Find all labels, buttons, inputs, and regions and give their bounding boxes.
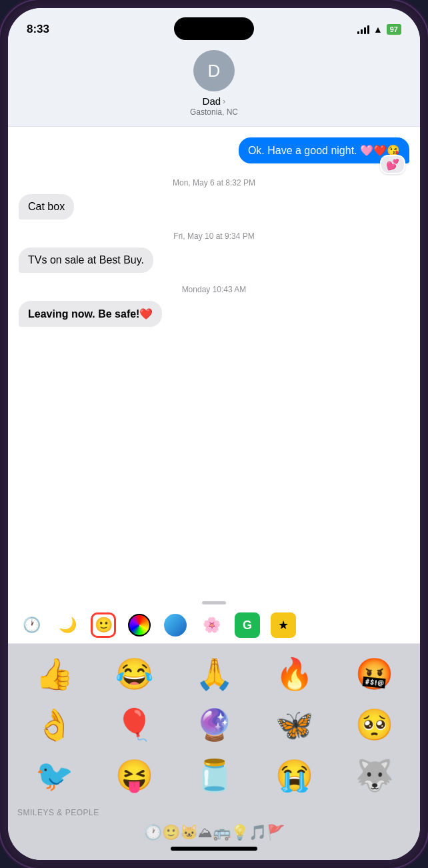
contact-avatar: D xyxy=(193,50,235,91)
moon-icon-button[interactable]: 🌙 xyxy=(55,612,80,638)
emoji-pleading[interactable]: 🥺 xyxy=(336,701,412,748)
home-indicator xyxy=(171,847,257,851)
status-time: 8:33 xyxy=(27,23,49,36)
signal-bars-icon xyxy=(357,25,369,34)
status-icons: ▲ 97 xyxy=(357,24,401,35)
timestamp-1: Mon, May 6 at 8:32 PM xyxy=(19,178,409,187)
recent-icon-button[interactable]: 🕐 xyxy=(19,612,44,638)
contact-name[interactable]: Dad › xyxy=(203,95,226,107)
timestamp-2: Fri, May 10 at 9:34 PM xyxy=(19,232,409,241)
bottom-symbols-icon[interactable]: 🎵 xyxy=(249,824,267,841)
landscape-circle-icon xyxy=(164,614,187,636)
bubble-tvs[interactable]: TVs on sale at Best Buy. xyxy=(19,248,153,273)
emoji-bottom-bar: 🕐 🙂 🐱 ⛰ 🚌 💡 🎵 🚩 xyxy=(131,819,298,844)
dynamic-island xyxy=(174,17,254,40)
battery-icon: 97 xyxy=(387,24,401,35)
timestamp-3: Monday 10:43 AM xyxy=(19,285,409,294)
landscape-icon-button[interactable] xyxy=(163,612,188,638)
message-row-tvs: TVs on sale at Best Buy. xyxy=(19,248,409,273)
keyboard-drag-handle xyxy=(8,596,420,607)
bottom-travel-icon[interactable]: 🚌 xyxy=(213,824,231,841)
disc-icon-button[interactable] xyxy=(127,612,152,638)
phone-frame: 8:33 ▲ 97 D Dad › xyxy=(0,0,428,868)
emoji-sobbing[interactable]: 😭 xyxy=(256,752,332,799)
emoji-wolf[interactable]: 🐺 xyxy=(336,752,412,799)
bottom-nature-icon[interactable]: ⛰ xyxy=(198,824,213,841)
contact-header[interactable]: D Dad › Gastonia, NC xyxy=(8,45,420,127)
emoji-toolbar: 🕐 🌙 🙂 🌸 G ★ xyxy=(8,607,420,644)
emoji-laughcry[interactable]: 😂 xyxy=(96,650,172,697)
extra-icon-button[interactable]: ★ xyxy=(271,612,296,638)
drag-handle-bar xyxy=(202,601,226,604)
messages-area: Ok. Have a good night. 🩷❤️😘 💕 Mon, May 6… xyxy=(8,127,420,596)
emoji-bird[interactable]: 🐦 xyxy=(16,752,92,799)
bottom-animal-icon[interactable]: 🐱 xyxy=(180,824,198,841)
emoji-balloon[interactable]: 🎈 xyxy=(96,701,172,748)
bubble-catbox[interactable]: Cat box xyxy=(19,194,74,220)
emoji-jar[interactable]: 🫙 xyxy=(176,752,252,799)
emoji-thumbsup[interactable]: 👍 xyxy=(16,650,92,697)
emoji-crystal[interactable]: 🔮 xyxy=(176,701,252,748)
grammarly-icon-button[interactable]: G xyxy=(235,612,260,638)
message-row-outgoing: Ok. Have a good night. 🩷❤️😘 💕 xyxy=(19,137,409,163)
emoji-squint[interactable]: 😝 xyxy=(96,752,172,799)
message-reaction[interactable]: 💕 xyxy=(380,155,405,174)
bubble-outgoing[interactable]: Ok. Have a good night. 🩷❤️😘 💕 xyxy=(239,137,409,163)
emoji-grid: 👍 😂 🙏 🔥 🤬 👌 🎈 🔮 🦋 🥺 🐦 😝 🫙 😭 🐺 xyxy=(8,644,420,805)
contact-chevron-icon: › xyxy=(223,96,225,106)
message-row-catbox: Cat box xyxy=(19,194,409,220)
multicolor-disc-icon xyxy=(128,614,151,636)
message-row-leaving: Leaving now. Be safe!❤️ xyxy=(19,301,409,327)
emoji-cursing[interactable]: 🤬 xyxy=(336,650,412,697)
flower-icon-button[interactable]: 🌸 xyxy=(199,612,224,638)
phone-screen: 8:33 ▲ 97 D Dad › xyxy=(8,8,420,860)
emoji-butterfly[interactable]: 🦋 xyxy=(256,701,332,748)
smiley-icon-button[interactable]: 🙂 xyxy=(91,612,116,638)
emoji-fire[interactable]: 🔥 xyxy=(256,650,332,697)
bubble-leaving[interactable]: Leaving now. Be safe!❤️ xyxy=(19,301,162,327)
emoji-pray[interactable]: 🙏 xyxy=(176,650,252,697)
bottom-objects-icon[interactable]: 💡 xyxy=(231,824,249,841)
bottom-smiley-icon[interactable]: 🙂 xyxy=(162,824,180,841)
wifi-icon: ▲ xyxy=(373,24,383,35)
emoji-ok[interactable]: 👌 xyxy=(16,701,92,748)
section-label: SMILEYS & PEOPLE xyxy=(8,805,420,819)
bottom-flags-icon[interactable]: 🚩 xyxy=(267,824,285,841)
bottom-recent-icon[interactable]: 🕐 xyxy=(144,824,162,841)
bottom-safe-area: 🕐 🙂 🐱 ⛰ 🚌 💡 🎵 🚩 xyxy=(8,819,420,860)
contact-location: Gastonia, NC xyxy=(190,107,238,117)
